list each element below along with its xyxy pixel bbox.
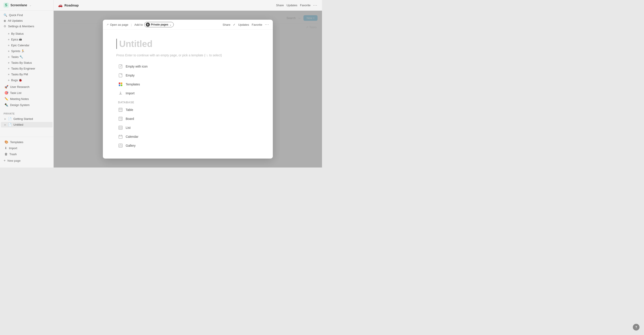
sidebar-item-bugs[interactable]: Bugs 🐞 [1,78,52,83]
modal-header: ↗ Open as page | Add to B Private pages … [103,20,273,30]
workspace-chevron: ⌄ [29,4,32,7]
main-area: 🚗 Roadmap Share Updates Favorite ··· Sea… [54,0,322,168]
import-label: Import [126,92,134,95]
template-hint: Press Enter to continue with an empty pa… [116,54,260,57]
dot-icon [8,45,10,46]
page-title-area: Untitled [116,39,260,49]
dot-icon [8,62,10,64]
open-as-page-button[interactable]: ↗ Open as page [106,23,128,26]
empty-with-icon-label: Empty with icon [126,65,148,68]
option-calendar[interactable]: Calendar [116,132,260,141]
sidebar-item-untitled[interactable]: ▶ 📄 Untitled [1,122,52,128]
sidebar-item-all-updates[interactable]: ◉ All Updates [0,18,54,24]
modal-overlay[interactable]: ↗ Open as page | Add to B Private pages … [54,11,322,168]
option-table[interactable]: Table [116,106,260,114]
dot-icon [8,33,10,34]
modal-share-button[interactable]: Share [223,23,230,26]
doc-icon: 📄 [8,123,12,126]
untitled-label: Untitled [14,123,23,126]
sidebar-item-design-system[interactable]: ✒️ Design System [1,102,52,108]
sidebar-item-task-list[interactable]: 🎯 Task List [1,90,52,96]
new-page-label: New page [8,159,20,162]
sidebar-item-quick-find[interactable]: 🔍 Quick Find [0,12,54,18]
svg-rect-23 [119,144,122,147]
sidebar-bottom: 🎨 Templates ⬇ Import 🗑 Trash + New page [0,137,54,168]
svg-rect-19 [119,135,122,138]
sidebar-item-templates[interactable]: 🎨 Templates [1,139,52,145]
svg-rect-5 [119,84,120,86]
import-icon: ⬇ [4,146,7,150]
tasks-by-status-label: Tasks By Status [11,61,32,64]
sidebar-item-user-research[interactable]: 🚀 User Research [1,84,52,90]
sidebar-item-tasks[interactable]: Tasks 🔧 [1,54,52,60]
sidebar-item-meeting-notes[interactable]: ✏️ Meeting Notes [1,96,52,102]
sidebar-item-trash[interactable]: 🗑 Trash [1,151,52,157]
option-board[interactable]: Board [116,115,260,123]
sprints-label: Sprints 🏃 [11,50,24,53]
sidebar-item-tasks-by-status[interactable]: Tasks By Status [1,60,52,66]
empty-doc-icon [118,73,123,78]
svg-rect-3 [119,82,120,84]
by-status-label: By Status [11,32,24,35]
dot-icon [8,80,10,81]
sidebar-item-epics[interactable]: Epics 🏔 [1,37,52,42]
title-cursor [116,39,117,49]
option-import[interactable]: Import [116,89,260,97]
private-pages-badge[interactable]: B Private pages ⌄ [144,22,174,27]
page-title-placeholder[interactable]: Untitled [119,39,152,49]
modal-updates-button[interactable]: Updates [238,23,249,26]
updates-button[interactable]: Updates [286,4,297,7]
chevron-down-icon: ⌄ [170,24,171,26]
option-list[interactable]: List [116,124,260,132]
option-empty-with-icon[interactable]: Empty with icon [116,62,260,70]
sidebar-item-settings[interactable]: ⚙ Settings & Members [0,24,54,29]
option-empty[interactable]: Empty [116,71,260,80]
svg-rect-6 [121,84,122,86]
workspace-header[interactable]: S Screenlane ⌄ [0,0,54,10]
svg-point-1 [120,66,121,67]
tasks-by-engineer-label: Tasks By Engineer [11,67,35,70]
modal-updates-check: ✓ [233,23,236,26]
chevron-right-icon: ▶ [4,118,6,120]
sidebar-item-getting-started[interactable]: ▶ 📄 Getting Started [1,116,52,122]
chevron-right-icon: ▶ [4,124,6,126]
calendar-grid-icon [118,134,123,139]
gear-icon: ⚙ [4,24,6,28]
roadmap-emoji: 🚗 [58,3,62,8]
epic-calendar-label: Epic Calendar [11,44,30,47]
trash-label: Trash [10,152,17,156]
sidebar-item-by-status[interactable]: By Status [1,31,52,36]
sidebar-nav: 🔍 Quick Find ◉ All Updates ⚙ Settings & … [0,10,54,130]
dot-icon [8,56,10,58]
option-templates[interactable]: Templates [116,80,260,88]
settings-label: Settings & Members [8,24,34,28]
option-gallery[interactable]: Gallery [116,142,260,150]
favorite-button[interactable]: Favorite [300,4,310,7]
design-system-emoji: ✒️ [4,103,8,107]
board-label: Board [126,117,134,120]
db-section-label: DATABASE [118,101,260,104]
more-options-button[interactable]: ··· [313,3,318,8]
empty-icon-doc [118,64,123,69]
share-button[interactable]: Share [276,4,284,7]
page-title: Roadmap [64,4,79,7]
modal-favorite-button[interactable]: Favorite [252,23,262,26]
sidebar-item-sprints[interactable]: Sprints 🏃 [1,48,52,54]
gallery-grid-icon [118,143,123,148]
list-label: List [126,126,130,130]
template-options: Empty with icon Empty [116,62,260,97]
templates-colorful-icon [118,82,123,87]
sidebar-item-tasks-by-pm[interactable]: Tasks By PM [1,72,52,77]
bugs-label: Bugs 🐞 [11,78,22,82]
new-page-button[interactable]: + New page [0,157,54,164]
sidebar-item-import[interactable]: ⬇ Import [1,145,52,151]
task-list-label: Task List [10,91,22,94]
svg-rect-2 [119,74,122,77]
list-grid-icon [118,125,123,130]
sidebar-item-epic-calendar[interactable]: Epic Calendar [1,42,52,48]
workspace-icon: S [4,3,9,8]
sidebar-item-tasks-by-engineer[interactable]: Tasks By Engineer [1,66,52,71]
all-updates-label: All Updates [8,19,22,22]
header-actions: Share Updates Favorite ··· [276,3,318,8]
modal-more-button[interactable]: ··· [265,22,269,26]
